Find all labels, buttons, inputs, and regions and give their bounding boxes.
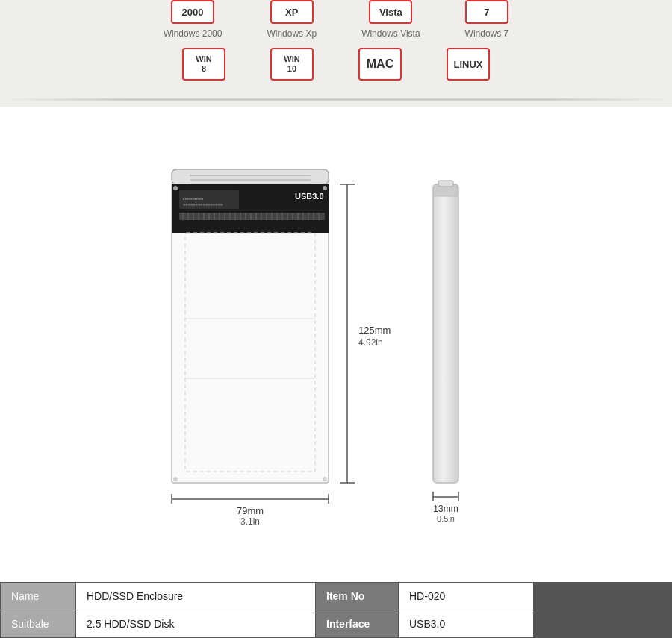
svg-text:USB3.0: USB3.0 [295, 192, 324, 201]
label-interface: Interface [316, 610, 398, 637]
label-itemno: Item No [316, 583, 398, 610]
page-wrapper: 2000 Windows 2000 XP Windows Xp Vista Wi… [0, 0, 672, 638]
os-box-winxp: XP [270, 0, 314, 24]
svg-point-41 [323, 186, 327, 190]
section-divider [0, 98, 672, 101]
os-item-win7: 7 Windows 7 [465, 0, 509, 39]
os-label-win7: Windows 7 [465, 28, 509, 39]
depth-mm: 13mm [433, 504, 458, 514]
value-interface: USB3.0 [399, 610, 533, 637]
os-box-win7: 7 [465, 0, 508, 24]
svg-text:■■■■■■■■■■■■■■■■: ■■■■■■■■■■■■■■■■ [183, 202, 223, 207]
os-item-win8: WIN8 [182, 48, 225, 81]
os-box-win8: WIN8 [182, 48, 225, 81]
os-item-mac: MAC [358, 48, 402, 81]
svg-point-43 [323, 477, 327, 481]
label-suitbale: Suitbale [1, 610, 75, 637]
os-top-row: 2000 Windows 2000 XP Windows Xp Vista Wi… [15, 0, 657, 39]
os-box-win2000: 2000 [171, 0, 214, 24]
label-name: Name [1, 583, 75, 610]
svg-text:▪▪▪▪▪▪▪▪▪▪▪: ▪▪▪▪▪▪▪▪▪▪▪ [183, 196, 204, 201]
value-itemno: HD-020 [399, 583, 533, 610]
width-mm: 79mm [237, 505, 264, 516]
os-bottom-row: WIN8 WIN10 MAC LINUX [15, 48, 657, 81]
height-in: 4.92in [358, 337, 383, 348]
os-box-win10: WIN10 [270, 48, 314, 81]
value-suitbale: 2.5 HDD/SSD Disk [76, 610, 315, 637]
specs-section: Name HDD/SSD Enclosure Item No HD-020 Su… [0, 582, 672, 638]
value-name: HDD/SSD Enclosure [76, 583, 315, 610]
width-in: 3.1in [240, 516, 260, 527]
os-item-winxp: XP Windows Xp [267, 0, 317, 39]
os-item-linux: LINUX [447, 48, 490, 81]
os-item-winvista: Vista Windows Vista [361, 0, 420, 39]
specs-table: Name HDD/SSD Enclosure Item No HD-020 Su… [0, 582, 672, 638]
height-mm: 125mm [358, 325, 391, 336]
os-section: 2000 Windows 2000 XP Windows Xp Vista Wi… [0, 0, 672, 93]
svg-rect-52 [438, 181, 453, 187]
os-box-mac: MAC [358, 48, 402, 81]
depth-in: 0.5in [437, 514, 455, 523]
os-label-winvista: Windows Vista [361, 28, 420, 39]
os-box-linux: LINUX [447, 48, 490, 81]
svg-point-42 [173, 477, 178, 481]
os-item-win2000: 2000 Windows 2000 [164, 0, 223, 39]
os-label-winxp: Windows Xp [267, 28, 317, 39]
os-box-winvista: Vista [369, 0, 412, 24]
diagram-section: USB3.0 [0, 107, 672, 582]
product-diagram-svg: USB3.0 [75, 147, 597, 542]
diagram-svg-container: USB3.0 [30, 147, 642, 542]
os-label-win2000: Windows 2000 [164, 28, 223, 39]
svg-rect-0 [172, 169, 329, 184]
os-item-win10: WIN10 [270, 48, 314, 81]
svg-point-40 [173, 186, 178, 190]
svg-rect-50 [433, 184, 458, 483]
